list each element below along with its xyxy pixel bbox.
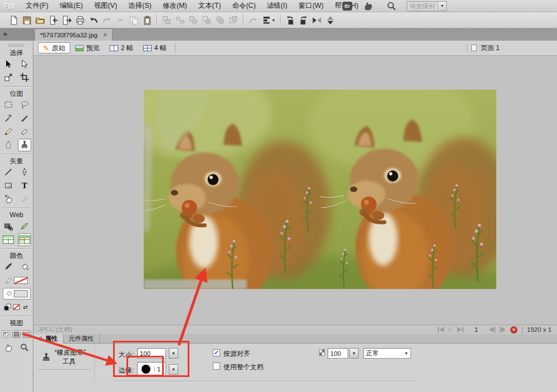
flip-vertical-button[interactable] [324,14,337,26]
fullscreen-button[interactable] [23,330,31,338]
stroke-color-well[interactable] [14,277,28,284]
pencil-tool[interactable] [2,125,15,138]
panel-collapse-icon[interactable]: ◇ [38,334,43,344]
eyedropper-tool[interactable] [2,261,15,273]
panel-collapse-button[interactable]: » [0,28,33,41]
lasso-tool[interactable] [18,99,31,111]
ungroup-button[interactable] [173,14,187,26]
paste-button[interactable] [140,14,154,26]
magic-wand-tool[interactable] [2,112,15,125]
fullscreen-with-menus-button[interactable] [12,330,21,338]
no-color-button[interactable] [13,303,20,311]
blend-mode-select[interactable]: 正常 ▼ [363,348,411,359]
panel-grip[interactable] [8,44,25,47]
subselection-tool[interactable] [18,58,31,71]
crop-tool[interactable] [18,71,31,84]
subtract-icon [202,16,212,24]
hotspot-tool[interactable] [2,220,15,233]
hide-slices-tool[interactable] [2,233,15,246]
zoom-level-dropdown[interactable]: 缩放级别 ▼ [407,1,447,11]
brush-tool[interactable] [18,112,31,125]
tab-symbol-properties[interactable]: 元件属性 [63,334,100,344]
menu-item-view[interactable]: 视图(V) [89,0,123,12]
opacity-input[interactable]: 100 [328,348,348,359]
slice-tool[interactable] [18,220,31,233]
open-button[interactable] [33,14,47,26]
default-colors-button[interactable] [4,303,11,311]
flip-horizontal-button[interactable] [310,14,324,26]
redo-button[interactable] [100,14,114,26]
menu-item-window[interactable]: 窗口(W) [293,0,329,12]
rectangle-tool[interactable] [2,179,15,192]
hand-icon[interactable] [363,1,373,11]
rotate-ccw-button[interactable] [284,14,297,26]
standard-screen-button[interactable] [2,330,10,338]
use-entire-document-checkbox[interactable] [213,362,220,370]
pointer-tool[interactable] [2,58,15,71]
save-button[interactable] [20,14,33,26]
align-to-source-checkbox[interactable]: ✓ [213,349,220,356]
canvas-area[interactable] [33,56,557,325]
new-document-button[interactable] [7,14,20,26]
freeform-tool[interactable] [2,193,15,205]
pen-tool[interactable] [18,166,31,179]
eraser-tool[interactable] [18,125,31,138]
preview-view-button[interactable]: 预览 [70,42,105,53]
document-tab[interactable]: *579730f795a32.jpg × [35,28,113,41]
menu-item-modify[interactable]: 修改(M) [157,0,193,12]
stop-icon[interactable]: × [510,326,517,334]
last-frame-button[interactable] [457,327,463,332]
bridge-button[interactable]: Br [343,2,352,11]
simplify-path-button[interactable] [246,14,260,26]
new-document-icon [9,16,18,25]
close-icon[interactable]: × [103,31,107,39]
chevron-down-icon[interactable]: ▼ [438,2,446,11]
hand-tool[interactable] [2,341,15,354]
tab-properties[interactable]: ◇ 属性 [33,334,63,344]
menu-item-edit[interactable]: 编辑(E) [54,0,89,12]
paint-bucket-tool[interactable] [18,261,31,273]
menu-item-filters[interactable]: 滤镜(I) [261,0,293,12]
play-button[interactable] [448,327,453,332]
knife-tool[interactable] [18,193,31,205]
print-button[interactable] [74,14,87,26]
four-up-view-button[interactable]: 4 幅 [138,42,172,53]
first-frame-button[interactable] [438,327,444,332]
fill-color-well[interactable] [14,290,28,297]
fireworks-window: FW 文件(F) 编辑(E) 视图(V) 选择(S) 修改(M) 文本(T) 命… [0,0,557,392]
view-mode-bar: ✎ 原始 预览 2 幅 4 幅 页面 1 [33,41,557,56]
menu-item-commands[interactable]: 命令(C) [227,0,261,12]
text-tool[interactable]: T [18,179,31,192]
opacity-dropdown-button[interactable]: ▼ [349,348,359,359]
group-button[interactable] [160,14,173,26]
scale-tool[interactable] [2,71,15,84]
menu-item-text[interactable]: 文本(T) [193,0,227,12]
next-frame-button[interactable] [500,327,506,332]
two-up-view-button[interactable]: 2 幅 [105,42,138,53]
import-button[interactable] [47,14,60,26]
menu-item-file[interactable]: 文件(F) [20,0,54,12]
rotate-cw-button[interactable] [297,14,310,26]
cut-button[interactable]: ✂ [114,14,127,26]
search-icon[interactable] [387,1,397,11]
punch-button[interactable] [227,14,240,26]
original-view-button[interactable]: ✎ 原始 [38,42,70,53]
union-button[interactable] [187,14,200,26]
swap-colors-button[interactable]: ⇄ [22,303,29,311]
undo-button[interactable] [87,14,100,26]
export-button[interactable] [60,14,74,26]
subtract-button[interactable] [200,14,213,26]
document-image[interactable] [144,90,496,289]
rubber-stamp-tool[interactable] [18,139,31,151]
blur-tool[interactable] [2,139,15,151]
zoom-tool[interactable] [18,341,31,354]
menu-item-select[interactable]: 选择(S) [123,0,157,12]
intersect-button[interactable] [213,14,227,26]
frame-number: 1 [475,326,478,333]
show-slices-tool[interactable] [18,233,31,246]
line-tool[interactable] [2,166,15,179]
copy-button[interactable] [127,14,140,26]
previous-frame-button[interactable] [489,327,495,332]
marquee-tool[interactable] [2,99,15,111]
align-dropdown-button[interactable]: ▼ [260,14,277,26]
